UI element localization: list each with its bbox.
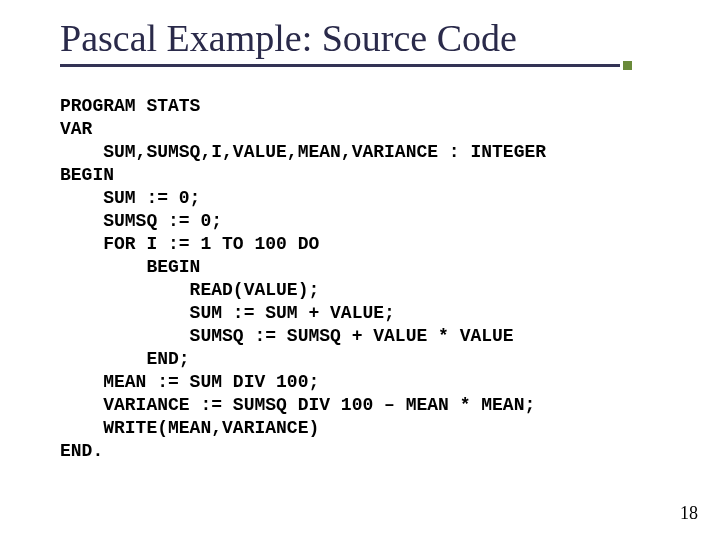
code-line: VARIANCE := SUMSQ DIV 100 – MEAN * MEAN;	[60, 395, 535, 415]
slide: Pascal Example: Source Code PROGRAM STAT…	[0, 0, 720, 540]
code-line: SUMSQ := SUMSQ + VALUE * VALUE	[60, 326, 514, 346]
code-line: END;	[60, 349, 190, 369]
code-line: FOR I := 1 TO 100 DO	[60, 234, 319, 254]
code-line: SUM := 0;	[60, 188, 200, 208]
code-line: WRITE(MEAN,VARIANCE)	[60, 418, 319, 438]
code-line: BEGIN	[60, 257, 200, 277]
code-block: PROGRAM STATS VAR SUM,SUMSQ,I,VALUE,MEAN…	[60, 95, 680, 464]
code-line: SUM,SUMSQ,I,VALUE,MEAN,VARIANCE : INTEGE…	[60, 142, 546, 162]
code-line: VAR	[60, 119, 92, 139]
code-line: PROGRAM STATS	[60, 96, 200, 116]
code-line: MEAN := SUM DIV 100;	[60, 372, 319, 392]
code-line: SUMSQ := 0;	[60, 211, 222, 231]
code-line: END.	[60, 441, 103, 461]
title-underline	[60, 64, 620, 67]
code-line: READ(VALUE);	[60, 280, 319, 300]
code-line: SUM := SUM + VALUE;	[60, 303, 395, 323]
code-line: BEGIN	[60, 165, 114, 185]
page-number: 18	[680, 503, 698, 524]
slide-title: Pascal Example: Source Code	[60, 18, 680, 60]
